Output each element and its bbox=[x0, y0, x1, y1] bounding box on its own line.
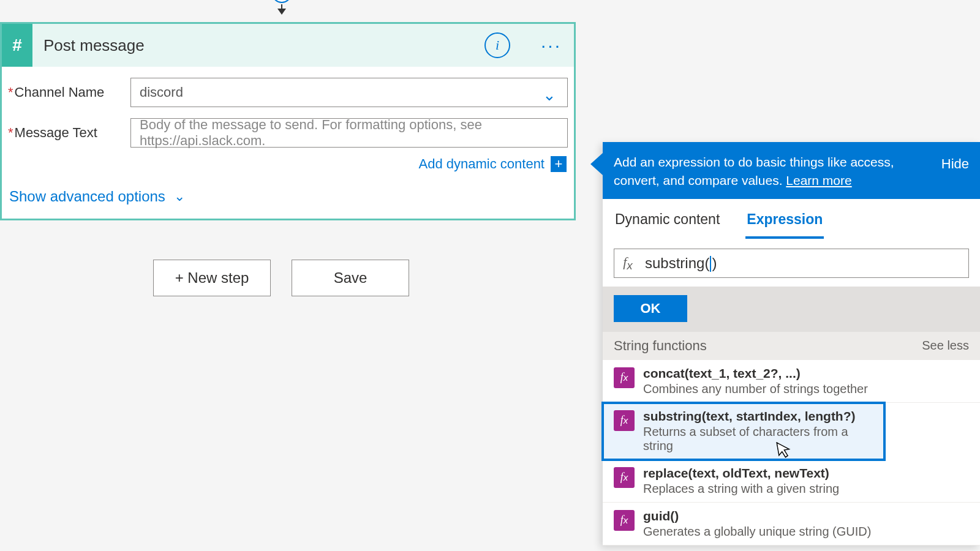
message-placeholder: Body of the message to send. For formatt… bbox=[140, 117, 559, 149]
ok-button[interactable]: OK bbox=[614, 295, 687, 322]
flow-stem bbox=[281, 4, 282, 9]
learn-more-link[interactable]: Learn more bbox=[786, 173, 851, 187]
tab-dynamic-content[interactable]: Dynamic content bbox=[614, 208, 721, 239]
card-body: *Channel Name discord ⌄ *Message Text Bo… bbox=[2, 67, 574, 219]
channel-label: *Channel Name bbox=[8, 84, 130, 100]
card-title: Post message bbox=[43, 36, 475, 55]
expression-banner-text: Add an expression to do basic things lik… bbox=[614, 153, 934, 190]
arrow-down-icon bbox=[277, 9, 286, 15]
message-input[interactable]: Body of the message to send. For formatt… bbox=[130, 118, 568, 148]
function-description: Combines any number of strings together bbox=[643, 382, 868, 396]
flow-connector: + bbox=[270, 0, 294, 23]
slack-icon: # bbox=[2, 24, 32, 67]
expression-input[interactable]: substring() bbox=[641, 255, 968, 272]
channel-select[interactable]: discord ⌄ bbox=[130, 78, 568, 107]
hide-panel-link[interactable]: Hide bbox=[941, 153, 969, 174]
expression-banner: Add an expression to do basic things lik… bbox=[603, 144, 980, 199]
add-dynamic-content-button[interactable]: + bbox=[551, 156, 567, 172]
function-signature: replace(text, oldText, newText) bbox=[643, 466, 839, 481]
fx-icon: fx bbox=[614, 367, 635, 388]
fx-icon: fx bbox=[614, 467, 635, 488]
footer-actions: + New step Save bbox=[153, 260, 409, 296]
tab-expression[interactable]: Expression bbox=[745, 208, 824, 239]
required-icon: * bbox=[8, 84, 13, 100]
function-description: Returns a subset of characters from a st… bbox=[643, 425, 873, 453]
message-label: *Message Text bbox=[8, 125, 130, 141]
ok-row: OK bbox=[603, 287, 980, 332]
function-description: Replaces a string with a given string bbox=[643, 482, 839, 496]
new-step-button[interactable]: + New step bbox=[153, 260, 271, 296]
callout-arrow-icon bbox=[590, 153, 603, 175]
card-header: # Post message i ··· bbox=[2, 24, 574, 67]
info-icon[interactable]: i bbox=[484, 32, 510, 58]
function-signature: substring(text, startIndex, length?) bbox=[643, 409, 873, 424]
function-item-guid[interactable]: fx guid() Generates a globally unique st… bbox=[603, 503, 980, 545]
function-section-header: String functions See less bbox=[603, 332, 980, 360]
function-signature: concat(text_1, text_2?, ...) bbox=[643, 366, 868, 381]
function-list: fx concat(text_1, text_2?, ...) Combines… bbox=[603, 360, 980, 545]
save-button[interactable]: Save bbox=[292, 260, 409, 296]
required-icon: * bbox=[8, 125, 13, 140]
function-item-concat[interactable]: fx concat(text_1, text_2?, ...) Combines… bbox=[603, 360, 980, 403]
post-message-card: # Post message i ··· *Channel Name disco… bbox=[0, 22, 576, 220]
expression-panel: Add an expression to do basic things lik… bbox=[603, 142, 980, 545]
function-signature: guid() bbox=[643, 509, 871, 523]
chevron-down-icon: ⌄ bbox=[543, 86, 556, 105]
expression-input-wrap: fx substring() bbox=[614, 249, 969, 278]
function-description: Generates a globally unique string (GUID… bbox=[643, 525, 871, 539]
fx-icon: fx bbox=[614, 510, 635, 531]
add-step-node[interactable]: + bbox=[273, 0, 291, 3]
more-menu-icon[interactable]: ··· bbox=[538, 32, 564, 58]
fx-icon: fx bbox=[614, 410, 635, 431]
channel-value: discord bbox=[140, 84, 183, 100]
message-row: *Message Text Body of the message to sen… bbox=[8, 118, 568, 148]
function-item-replace[interactable]: fx replace(text, oldText, newText) Repla… bbox=[603, 460, 980, 503]
fx-icon: fx bbox=[614, 254, 641, 272]
dynamic-content-row: Add dynamic content + bbox=[8, 156, 568, 172]
show-advanced-toggle[interactable]: Show advanced options ⌄ bbox=[8, 186, 568, 208]
expression-tabs: Dynamic content Expression bbox=[603, 199, 980, 239]
add-dynamic-content-link[interactable]: Add dynamic content bbox=[419, 156, 545, 172]
show-advanced-label: Show advanced options bbox=[9, 188, 165, 205]
see-less-link[interactable]: See less bbox=[922, 339, 969, 353]
channel-row: *Channel Name discord ⌄ bbox=[8, 78, 568, 107]
function-item-substring[interactable]: fx substring(text, startIndex, length?) … bbox=[603, 403, 884, 460]
function-section-title: String functions bbox=[614, 338, 707, 354]
chevron-down-icon: ⌄ bbox=[174, 189, 185, 204]
